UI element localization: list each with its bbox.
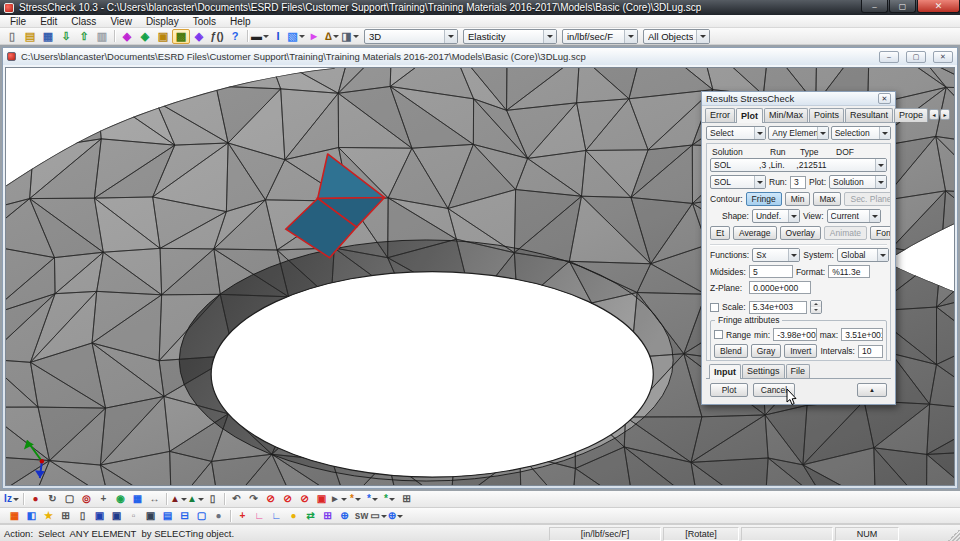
save-import-icon[interactable]: ⇩ (57, 29, 75, 44)
undo-icon[interactable]: ↶ (228, 492, 245, 507)
doc-minimize-button[interactable]: – (879, 51, 899, 63)
tab-resultant[interactable]: Resultant (845, 108, 893, 122)
class-material-icon[interactable]: ▣ (154, 29, 172, 44)
tab-properties[interactable]: Prope (894, 108, 928, 122)
tab-scroll-left-icon[interactable]: ◄ (929, 109, 939, 120)
sep2[interactable] (244, 29, 251, 44)
doc-restore-button[interactable]: ▢ (906, 51, 926, 63)
format-input[interactable]: %11.3e (828, 265, 870, 278)
app-titlebar[interactable]: StressCheck 10.3 - C:\Users\blancaster\D… (0, 0, 960, 15)
menu-item[interactable]: Class (64, 16, 103, 27)
panel-navy-icon[interactable]: ▣ (108, 508, 125, 523)
pan-icon[interactable]: + (95, 492, 112, 507)
clear-constraints-icon[interactable]: ⊘ (296, 492, 313, 507)
redo-icon[interactable]: ↷ (245, 492, 262, 507)
globe-select-icon[interactable]: ⊕ (387, 508, 404, 523)
scale-stepper[interactable] (810, 300, 822, 314)
angle-blue-icon[interactable]: ∟ (268, 508, 285, 523)
element-type-combo[interactable]: Any Element (768, 126, 828, 140)
fit-view-icon[interactable]: ↔ (146, 492, 163, 507)
scale-input[interactable]: 5.34e+003 (749, 301, 807, 314)
mesh-plus-icon[interactable]: ⊞ (57, 508, 74, 523)
view-settings-icon[interactable]: * (364, 492, 381, 507)
class-geometry-icon[interactable]: ◈ (118, 29, 136, 44)
intervals-input[interactable]: 10 (858, 345, 883, 358)
resize-grip[interactable] (947, 529, 960, 541)
plot-button[interactable]: Plot (710, 383, 748, 397)
node-icon[interactable]: ● (285, 508, 302, 523)
display-mode-icon[interactable]: ▬ (251, 29, 269, 44)
close-button[interactable]: ✕ (917, 0, 960, 13)
new-file-icon[interactable]: ▯ (3, 29, 21, 44)
plot-type-combo[interactable]: Solution (829, 175, 887, 189)
solution-record-combo[interactable]: SOL ,3 ,Lin. ,212511 (710, 158, 887, 172)
units-combo[interactable]: in/lbf/sec/F (562, 29, 638, 44)
collapse-button[interactable]: ▲ (857, 383, 887, 397)
snapshot-icon[interactable]: ◨ (341, 29, 359, 44)
panel-gray-icon[interactable]: ▫ (125, 508, 142, 523)
run-input[interactable]: 3 (790, 176, 806, 189)
fringe-button[interactable]: Fringe (746, 192, 782, 206)
menu-item[interactable]: Display (139, 16, 186, 27)
stop-icon[interactable]: ▣ (313, 492, 330, 507)
pick-mode-icon[interactable]: ► (330, 492, 347, 507)
document-titlebar[interactable]: C:\Users\blancaster\Documents\ESRD Files… (3, 48, 957, 65)
formula-icon[interactable]: ƒ() (208, 29, 226, 44)
zoom-icon[interactable]: ◉ (112, 492, 129, 507)
sep2[interactable] (163, 492, 170, 507)
blend-button[interactable]: Blend (714, 344, 748, 358)
save-icon[interactable]: ▦ (39, 29, 57, 44)
theory-combo[interactable]: Elasticity (463, 29, 557, 44)
tab-error[interactable]: Error (705, 108, 735, 122)
sec-plane-button[interactable]: Sec. Plane (844, 192, 891, 206)
window-icon[interactable]: ▢ (193, 508, 210, 523)
functions-combo[interactable]: Sx (752, 248, 800, 262)
invert-button[interactable]: Invert (784, 344, 817, 358)
highlight-icon[interactable]: ★ (40, 508, 57, 523)
menu-item[interactable]: Help (223, 16, 258, 27)
sep1[interactable] (111, 29, 118, 44)
objects-filter-combo[interactable]: All Objects (643, 29, 710, 44)
tab-scroll-right-icon[interactable]: ► (940, 109, 950, 120)
monitor-select-icon[interactable]: ▭ (370, 508, 387, 523)
layers-icon[interactable]: ▧ (287, 29, 305, 44)
grid-toggle-icon[interactable]: ⊞ (398, 492, 415, 507)
view-combo[interactable]: Current (827, 209, 881, 223)
globe-icon[interactable]: ⊕ (336, 508, 353, 523)
select-box-icon[interactable]: ▢ (61, 492, 78, 507)
tab-points[interactable]: Points (809, 108, 844, 122)
menu-item[interactable]: Edit (33, 16, 64, 27)
help-icon[interactable]: ? (226, 29, 244, 44)
render-settings-icon[interactable]: * (381, 492, 398, 507)
min-button[interactable]: Min (785, 192, 811, 206)
zplane-input[interactable]: 0.000e+000 (749, 281, 811, 294)
tab-settings[interactable]: Settings (742, 364, 785, 378)
axes-plot-icon[interactable]: ∆ (323, 29, 341, 44)
gray-button[interactable]: Gray (751, 344, 781, 358)
solution-name-combo[interactable]: SOL (710, 175, 766, 189)
report-page-icon[interactable]: ▯ (204, 492, 221, 507)
et-button[interactable]: Et (710, 226, 730, 240)
load-display-icon[interactable]: ▲ (170, 492, 187, 507)
sheet-icon[interactable]: ▯ (74, 508, 91, 523)
menu-item[interactable]: File (3, 16, 33, 27)
section-ibeam-icon[interactable]: I (269, 29, 287, 44)
class-mesh-icon[interactable]: ◈ (136, 29, 154, 44)
menu-item[interactable]: Tools (186, 16, 223, 27)
table-icon[interactable]: ⊞ (319, 508, 336, 523)
tab-plot[interactable]: Plot (736, 108, 763, 123)
save-export-icon[interactable]: ⇧ (75, 29, 93, 44)
class-results-icon[interactable]: ◈ (190, 29, 208, 44)
display-options-icon[interactable]: * (347, 492, 364, 507)
sphere-icon[interactable]: ● (210, 508, 227, 523)
minimize-button[interactable]: – (861, 0, 888, 13)
maximize-button[interactable]: ▢ (889, 0, 916, 13)
font-button[interactable]: Font.. (870, 226, 891, 240)
average-button[interactable]: Average (733, 226, 777, 240)
dialog-close-icon[interactable]: ✕ (878, 93, 891, 104)
object-3d-icon[interactable]: ◧ (23, 508, 40, 523)
pointer-flag-icon[interactable]: ► (305, 29, 323, 44)
tab-input[interactable]: Input (709, 364, 741, 379)
monitor-icon[interactable]: ▤ (159, 508, 176, 523)
max-button[interactable]: Max (813, 192, 841, 206)
